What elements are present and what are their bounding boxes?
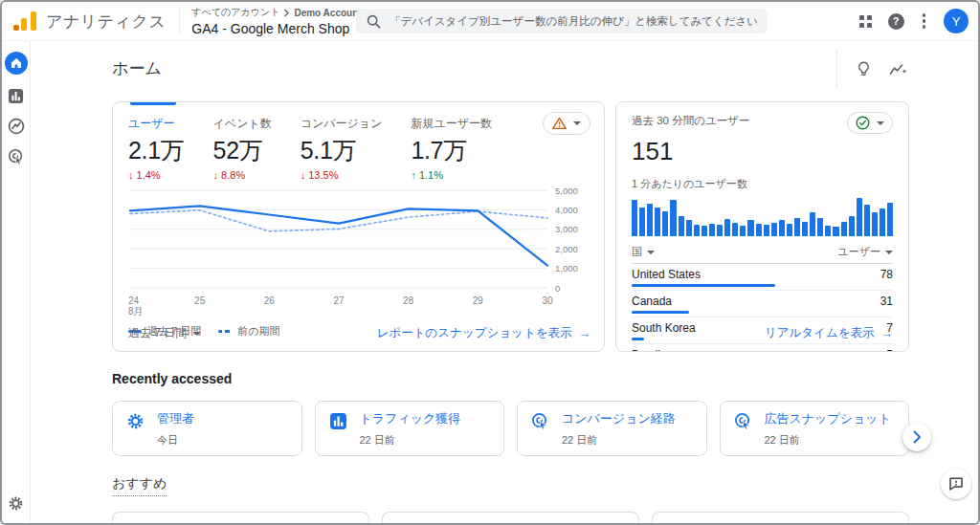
realtime-bar-23 xyxy=(810,212,815,236)
realtime-bar-3 xyxy=(655,208,660,236)
arrow-right-icon: → xyxy=(579,327,591,340)
recent-card-1[interactable]: トラフィック獲得22 日前 xyxy=(315,401,505,456)
nav-home-icon[interactable] xyxy=(5,52,28,75)
recent-card-0[interactable]: 管理者今日 xyxy=(112,401,302,456)
admin-gear-icon[interactable] xyxy=(2,495,30,512)
suggested-card[interactable] xyxy=(112,512,369,523)
metric-label: ユーザー xyxy=(128,116,185,132)
recent-card-subtitle: 22 日前 xyxy=(360,433,461,448)
country-row-3[interactable]: Brazil5 xyxy=(632,344,893,352)
country-name: Canada xyxy=(632,295,672,308)
recently-accessed-row: 管理者今日トラフィック獲得22 日前コンバージョン経路22 日前広告スナップショ… xyxy=(112,401,909,456)
country-row-main: Brazil5 xyxy=(632,348,893,352)
realtime-bar-15 xyxy=(747,220,753,236)
metric-header[interactable]: ユーザー xyxy=(837,245,893,259)
nav-advertising-icon[interactable] xyxy=(8,148,25,165)
help-icon[interactable]: ? xyxy=(888,13,904,30)
view-realtime-link[interactable]: リアルタイムを表示 → xyxy=(765,325,893,341)
users-trend-chart: 01,0002,0003,0004,0005,000248月2526272829… xyxy=(128,183,592,324)
realtime-bar-29 xyxy=(857,198,862,236)
realtime-bar-31 xyxy=(872,212,878,236)
insights-lightbulb-icon[interactable] xyxy=(857,61,871,77)
apps-grid-icon[interactable] xyxy=(859,15,872,28)
metric-delta: ↓ 13.5% xyxy=(301,169,383,181)
chevron-right-icon xyxy=(912,430,922,444)
nav-explore-icon[interactable] xyxy=(8,118,25,135)
home-overview-card: ユーザー2.1万↓ 1.4%イベント数52万↓ 8.8%コンバージョン5.1万↓… xyxy=(112,101,605,352)
svg-text:4,000: 4,000 xyxy=(555,205,578,215)
recent-card-title: トラフィック獲得 xyxy=(360,411,461,427)
warning-triangle-icon xyxy=(552,117,567,130)
feedback-button[interactable] xyxy=(941,469,971,499)
search-bar[interactable]: 「デバイスタイプ別ユーザー数の前月比の伸び」と検索してみてください xyxy=(356,9,768,33)
avatar[interactable]: Y xyxy=(944,9,969,33)
metric-value: 1.7万 xyxy=(411,135,492,166)
metric-tab-1[interactable]: イベント数52万↓ 8.8% xyxy=(213,116,272,181)
realtime-users-value: 151 xyxy=(632,137,893,166)
country-users-value: 5 xyxy=(886,348,893,352)
country-row-1[interactable]: Canada31 xyxy=(632,291,893,317)
header-actions: ? Y xyxy=(859,2,969,40)
realtime-bar-20 xyxy=(787,224,792,236)
analytics-intelligence-icon[interactable] xyxy=(889,62,907,77)
carousel-next-button[interactable] xyxy=(902,423,931,451)
realtime-title: 過去 30 分間のユーザー xyxy=(632,114,750,128)
svg-text:3,000: 3,000 xyxy=(555,224,578,234)
breadcrumb-account[interactable]: Demo Account xyxy=(294,8,361,18)
realtime-bar-11 xyxy=(717,225,723,236)
svg-text:26: 26 xyxy=(264,295,276,306)
svg-text:5,000: 5,000 xyxy=(555,186,578,196)
search-icon xyxy=(367,14,381,29)
app-name: アナリティクス xyxy=(46,11,166,33)
account-switcher[interactable]: すべてのアカウント Demo Account GA4 - Google Merc… xyxy=(191,6,364,36)
realtime-bar-16 xyxy=(756,224,762,236)
country-row-main: Canada31 xyxy=(632,295,893,308)
suggested-card[interactable] xyxy=(382,512,639,523)
metric-value: 2.1万 xyxy=(128,135,185,166)
main-content: ホーム ユーザー2.1 xyxy=(32,40,978,523)
realtime-bar-33 xyxy=(887,203,893,236)
metric-value: 5.1万 xyxy=(301,135,383,166)
realtime-bar-0 xyxy=(632,200,637,236)
country-row-0[interactable]: United States78 xyxy=(632,264,893,291)
recent-card-title: 管理者 xyxy=(157,411,194,427)
suggested-card[interactable] xyxy=(652,512,909,523)
realtime-bar-4 xyxy=(662,211,668,236)
realtime-bar-10 xyxy=(709,224,715,236)
realtime-bar-12 xyxy=(724,219,730,236)
country-value-bar xyxy=(632,284,775,287)
metric-tab-2[interactable]: コンバージョン5.1万↓ 13.5% xyxy=(301,116,383,181)
metric-tabs: ユーザー2.1万↓ 1.4%イベント数52万↓ 8.8%コンバージョン5.1万↓… xyxy=(128,116,592,181)
recent-card-3[interactable]: 広告スナップショット22 日前 xyxy=(720,401,910,456)
realtime-bar-13 xyxy=(732,223,738,236)
caret-down-icon xyxy=(193,332,201,336)
svg-text:8月: 8月 xyxy=(128,306,144,317)
svg-text:2,000: 2,000 xyxy=(555,244,578,254)
realtime-bar-21 xyxy=(794,218,800,236)
gear-icon xyxy=(126,412,145,430)
svg-text:27: 27 xyxy=(333,295,345,306)
app-window: アナリティクス すべてのアカウント Demo Account GA4 - Goo… xyxy=(0,0,980,525)
users-trend-svg: 01,0002,0003,0004,0005,000248月2526272829… xyxy=(128,183,592,320)
data-quality-button[interactable] xyxy=(543,112,590,135)
realtime-bar-14 xyxy=(740,226,746,236)
page-actions xyxy=(836,50,907,88)
recent-card-2[interactable]: コンバージョン経路22 日前 xyxy=(517,401,707,456)
dimension-header[interactable]: 国 xyxy=(632,245,655,259)
metric-tab-3[interactable]: 新規ユーザー数1.7万↑ 1.1% xyxy=(411,116,492,181)
realtime-bar-18 xyxy=(771,223,777,236)
breadcrumb-all-accounts[interactable]: すべてのアカウント xyxy=(191,6,279,19)
realtime-bar-7 xyxy=(686,220,692,236)
metric-delta: ↑ 1.1% xyxy=(411,169,492,181)
arrow-right-icon: → xyxy=(881,327,894,340)
svg-text:30: 30 xyxy=(542,295,553,306)
nav-reports-icon[interactable] xyxy=(8,88,24,104)
realtime-bar-6 xyxy=(679,216,684,236)
check-circle-icon xyxy=(856,116,870,130)
metric-tab-0[interactable]: ユーザー2.1万↓ 1.4% xyxy=(128,116,185,181)
more-options-icon[interactable] xyxy=(921,11,928,31)
report-snapshot-link[interactable]: レポートのスナップショットを表示 → xyxy=(377,325,590,341)
date-range-selector[interactable]: 過去 7 日間 xyxy=(128,325,201,341)
realtime-status-button[interactable] xyxy=(847,112,893,134)
suggested-cards-row xyxy=(112,512,909,523)
